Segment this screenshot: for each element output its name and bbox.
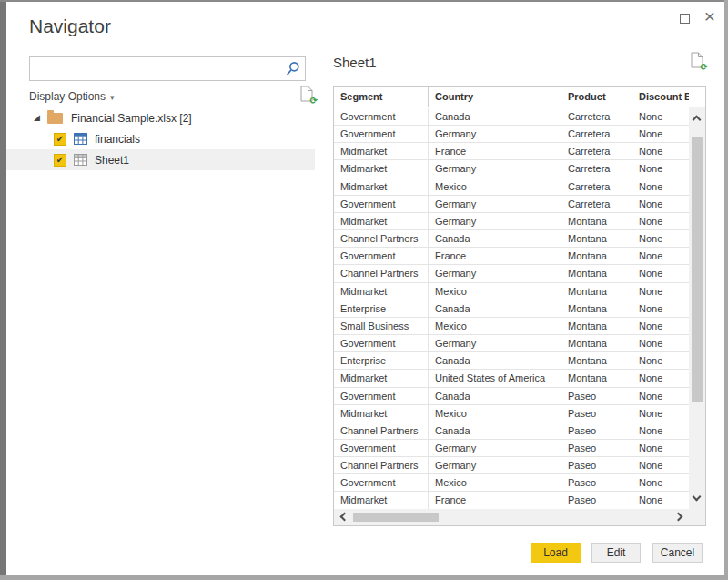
table-cell: France xyxy=(429,492,561,508)
table-cell: Carretera xyxy=(561,196,632,212)
tree-expander-icon[interactable]: ◢ xyxy=(34,114,40,122)
column-header-product[interactable]: Product xyxy=(561,87,632,107)
table-cell: None xyxy=(632,422,689,439)
display-options-label: Display Options xyxy=(29,90,106,103)
table-cell: Mexico xyxy=(429,318,561,334)
sheet1-checkbox[interactable]: ✔ xyxy=(54,154,66,167)
table-row: MidmarketUnited States of AmericaMontana… xyxy=(334,370,689,387)
table-cell: Paseo xyxy=(561,405,632,422)
load-button[interactable]: Load xyxy=(531,543,581,563)
table-cell: Paseo xyxy=(561,457,632,473)
table-cell: Carretera xyxy=(561,126,632,142)
table-cell: Germany xyxy=(429,160,561,177)
navigator-dialog: × Navigator Display Options▾ ⟳ ◢ Financi… xyxy=(0,0,728,580)
table-cell: None xyxy=(632,335,689,351)
table-cell: Channel Partners xyxy=(334,230,429,247)
cancel-button[interactable]: Cancel xyxy=(652,543,703,563)
table-cell: Germany xyxy=(429,335,561,351)
table-cell: Carretera xyxy=(561,108,632,125)
refresh-source-icon[interactable]: ⟳ xyxy=(300,86,315,104)
scroll-left-icon[interactable] xyxy=(340,513,349,522)
display-options-dropdown[interactable]: Display Options▾ xyxy=(29,90,115,103)
refresh-arrows-icon: ⟳ xyxy=(310,97,318,106)
horizontal-scrollbar-thumb[interactable] xyxy=(353,513,439,522)
tree-item-sheet1[interactable]: ✔ Sheet1 xyxy=(0,149,315,170)
table-cell: None xyxy=(632,474,689,491)
table-cell: None xyxy=(632,457,689,473)
table-cell: Midmarket xyxy=(334,160,429,177)
table-cell: Canada xyxy=(429,422,561,439)
table-cell: Midmarket xyxy=(334,370,429,386)
table-cell: None xyxy=(632,178,689,195)
vertical-scrollbar[interactable] xyxy=(689,107,705,525)
tree-root-row[interactable]: ◢ Financial Sample.xlsx [2] xyxy=(0,107,315,128)
vertical-scrollbar-thumb[interactable] xyxy=(692,137,703,402)
window-border-right xyxy=(724,0,728,580)
table-cell: Government xyxy=(334,335,429,351)
worksheet-icon xyxy=(74,154,87,166)
table-cell: Canada xyxy=(429,300,561,317)
preview-title: Sheet1 xyxy=(333,55,377,70)
table-row: MidmarketFrancePaseoNone xyxy=(334,492,689,509)
table-cell: None xyxy=(632,318,689,334)
chevron-down-icon: ▾ xyxy=(110,93,115,102)
table-row: GovernmentGermanyCarreteraNone xyxy=(334,126,689,143)
table-cell: None xyxy=(632,248,689,264)
tree-item-label: Sheet1 xyxy=(95,154,129,167)
scroll-up-icon[interactable] xyxy=(693,116,702,125)
table-cell: Midmarket xyxy=(334,213,429,229)
column-header-segment[interactable]: Segment xyxy=(334,87,429,107)
column-header-country[interactable]: Country xyxy=(429,87,561,107)
table-cell: Montana xyxy=(561,300,632,317)
table-cell: Enterprise xyxy=(334,352,429,369)
table-cell: Mexico xyxy=(429,405,561,422)
preview-refresh-icon[interactable]: ⟳ xyxy=(691,52,705,70)
table-row: GovernmentCanadaCarreteraNone xyxy=(334,108,689,126)
maximize-button[interactable] xyxy=(680,14,690,24)
table-row: GovernmentMexicoPaseoNone xyxy=(334,474,689,492)
table-cell: None xyxy=(632,126,689,142)
table-cell: Montana xyxy=(561,283,632,300)
table-cell: None xyxy=(632,265,689,281)
table-cell: Government xyxy=(334,196,429,212)
table-cell: Government xyxy=(334,248,429,264)
table-cell: None xyxy=(632,352,689,369)
horizontal-scrollbar[interactable] xyxy=(334,509,689,525)
table-cell: Germany xyxy=(429,213,561,229)
table-cell: Montana xyxy=(561,230,632,247)
table-icon xyxy=(74,133,87,145)
search-icon[interactable] xyxy=(284,61,302,77)
column-header-discount-band[interactable]: Discount Band xyxy=(632,87,689,107)
table-cell: Government xyxy=(334,108,429,125)
table-row: Channel PartnersCanadaPaseoNone xyxy=(334,422,689,440)
table-cell: Germany xyxy=(429,126,561,142)
tree-item-financials[interactable]: ✔ financials xyxy=(0,128,315,149)
table-cell: Montana xyxy=(561,370,632,386)
table-cell: None xyxy=(632,440,689,456)
table-cell: Carretera xyxy=(561,178,632,195)
table-cell: Channel Partners xyxy=(334,457,429,473)
table-cell: Canada xyxy=(429,230,561,247)
search-box xyxy=(29,56,306,81)
table-cell: Paseo xyxy=(561,388,632,404)
search-input[interactable] xyxy=(30,57,284,80)
footer: Load Edit Cancel xyxy=(0,543,728,565)
table-cell: Small Business xyxy=(334,318,429,334)
financials-checkbox[interactable]: ✔ xyxy=(54,133,66,146)
table-row: MidmarketFranceCarreteraNone xyxy=(334,143,689,160)
table-row: Channel PartnersGermanyMontanaNone xyxy=(334,265,689,282)
scroll-right-icon[interactable] xyxy=(674,513,683,522)
table-row: MidmarketGermanyMontanaNone xyxy=(334,213,689,230)
edit-button[interactable]: Edit xyxy=(592,543,641,563)
table-cell: Midmarket xyxy=(334,405,429,422)
scroll-down-icon[interactable] xyxy=(693,493,702,502)
close-button[interactable]: × xyxy=(704,7,715,25)
table-row: GovernmentGermanyCarreteraNone xyxy=(334,196,689,213)
table-cell: Canada xyxy=(429,108,561,125)
table-cell: Channel Partners xyxy=(334,265,429,281)
tree-item-label: financials xyxy=(95,133,140,146)
table-cell: Midmarket xyxy=(334,143,429,159)
table-cell: Mexico xyxy=(429,178,561,195)
table-cell: Montana xyxy=(561,213,632,229)
table-cell: Paseo xyxy=(561,474,632,491)
